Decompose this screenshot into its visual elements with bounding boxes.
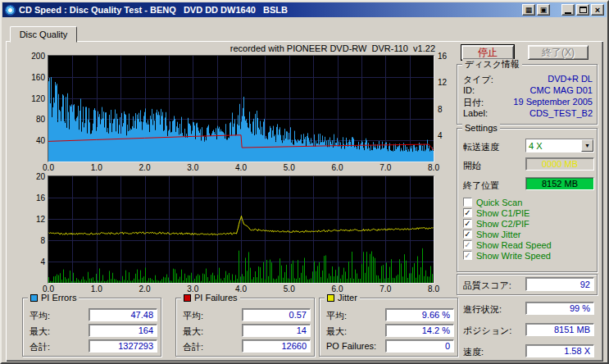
disc-id-value: CMC MAG D01 [530, 85, 593, 95]
stat-value: 1327293 [89, 339, 157, 353]
checkbox-show-read-speed[interactable]: ✓Show Read Speed [463, 240, 552, 249]
checkbox-box[interactable] [463, 198, 472, 207]
checkbox-label: Show C2/PIF [476, 219, 529, 229]
checkbox-label: Show Jitter [476, 230, 520, 239]
tick-label: 7.0 [379, 163, 391, 172]
disc-label-value: CDS_TEST_B2 [529, 108, 593, 118]
progress-value: 99 % [525, 302, 594, 315]
disc-label-label: Label: [463, 108, 488, 118]
close-icon: × [595, 6, 600, 15]
pi-errors-legend-label: PI Errors [41, 293, 76, 303]
stat-value: 14 [242, 324, 311, 337]
stat-value: 164 [89, 324, 157, 337]
tick-label: 1.0 [91, 284, 102, 293]
stat-label: 最大: [183, 325, 203, 338]
grid-icon: ▦ [525, 7, 533, 14]
jitter-legend: Jitter [325, 293, 360, 303]
disc-date-value: 19 September 2005 [513, 97, 593, 107]
tick-label: 2.0 [139, 284, 151, 293]
disc-info-title: ディスク情報 [462, 59, 522, 70]
app-window: CD Speed : Disc Quality Test - BENQ DVD … [0, 0, 609, 364]
recorded-note: recorded with PIONEER DVD-RW DVR-110 v1.… [230, 43, 435, 53]
jitter-chart: 201612840.01.02.03.04.05.06.07.08.0 [48, 175, 434, 284]
stat-label: PO Failures: [326, 341, 376, 351]
position-value: 8151 MB [525, 323, 594, 336]
tick-label: 8 [40, 236, 45, 245]
stat-label: 最大: [30, 325, 50, 338]
checkbox-show-c1-pie[interactable]: ✓Show C1/PIE [463, 208, 552, 217]
checkbox-show-write-speed[interactable]: ✓Show Write Speed [463, 251, 552, 260]
disc-id-label: ID: [463, 85, 475, 95]
stat-label: 平均: [326, 310, 347, 322]
panel-icon: ▣ [540, 7, 548, 14]
stop-button[interactable]: 停止 [461, 45, 514, 60]
tick-label: 8.0 [428, 163, 439, 172]
quality-score-value: 92 [525, 277, 594, 291]
end-position-field[interactable]: 8152 MB [525, 177, 594, 190]
tab-disc-quality[interactable]: Disc Quality [10, 26, 77, 43]
tick-label: 4 [40, 257, 45, 266]
minimize-button[interactable] [561, 4, 575, 16]
window-title: CD Speed : Disc Quality Test - BENQ DVD … [19, 5, 288, 15]
checkbox-label: Show Write Speed [476, 251, 551, 261]
pi-failures-legend: PI Failures [181, 293, 240, 303]
tick-label: 12 [438, 78, 447, 87]
tab-panel: recorded with PIONEER DVD-RW DVR-110 v1.… [6, 41, 603, 362]
exit-button[interactable]: 終了(X) [528, 45, 589, 60]
checkbox-label: Show C1/PIE [476, 208, 529, 218]
tick-label: 4.0 [235, 163, 247, 172]
transfer-speed-combobox[interactable]: 4 X ▼ [525, 139, 594, 152]
start-position-label: 開始 [463, 160, 481, 172]
checkbox-label: Quick Scan [476, 198, 522, 207]
speed-value: 1.58 X [525, 344, 594, 357]
stat-value: 0 [385, 339, 454, 353]
stat-value: 12660 [242, 339, 311, 353]
tick-label: 16 [36, 193, 45, 202]
pi-errors-stats-group: PI Errors 平均: 47.48 最大: 164 合計: 1327293 [22, 298, 161, 357]
speed-label: 速度: [463, 346, 484, 358]
position-label: ポジション: [463, 325, 511, 337]
start-position-field[interactable]: 0000 MB [525, 157, 594, 171]
disc-type-label: タイプ: [463, 74, 493, 86]
end-position-label: 終了位置 [463, 180, 499, 192]
checkbox-label: Show Read Speed [476, 240, 552, 250]
checkbox-show-jitter[interactable]: ✓Show Jitter [463, 230, 552, 239]
progress-label: 進行状況: [463, 303, 502, 316]
titlebar-extra-button-2[interactable]: ▣ [537, 4, 550, 16]
disc-type-value: DVD+R DL [548, 74, 593, 84]
checkbox-box[interactable]: ✓ [463, 230, 472, 239]
jitter-chart-canvas [48, 176, 434, 283]
tick-label: 7.0 [379, 284, 391, 293]
checkbox-box[interactable]: ✓ [463, 208, 472, 217]
stat-value: 14.2 % [385, 324, 454, 337]
settings-checkbox-list: Quick Scan✓Show C1/PIE✓Show C2/PIF✓Show … [463, 198, 552, 262]
stat-label: 平均: [183, 310, 203, 322]
pi-errors-legend: PI Errors [28, 293, 79, 303]
combo-dropdown-button[interactable]: ▼ [581, 139, 593, 152]
pi-failures-legend-square [184, 294, 191, 302]
jitter-legend-square [327, 294, 334, 302]
tick-label: 5.0 [284, 284, 295, 293]
transfer-speed-label: 転送速度 [463, 141, 499, 153]
titlebar-extra-button-1[interactable]: ▦ [522, 4, 535, 16]
checkbox-quick-scan[interactable]: Quick Scan [463, 198, 552, 207]
tick-label: 1.0 [91, 163, 102, 172]
maximize-button[interactable] [576, 4, 589, 16]
stat-label: 合計: [183, 341, 203, 353]
checkbox-show-c2-pif[interactable]: ✓Show C2/PIF [463, 219, 552, 228]
chevron-down-icon: ▼ [584, 143, 590, 148]
settings-title: Settings [462, 123, 500, 134]
checkbox-box[interactable]: ✓ [463, 240, 472, 249]
tick-label: 3.0 [187, 163, 198, 172]
jitter-legend-label: Jitter [338, 293, 357, 303]
tick-label: 5.0 [284, 163, 295, 172]
close-button[interactable]: × [591, 4, 604, 16]
checkbox-box[interactable]: ✓ [463, 219, 472, 228]
tick-label: 2.0 [139, 163, 151, 172]
checkbox-box[interactable]: ✓ [463, 251, 472, 260]
tick-label: 8 [438, 104, 443, 113]
titlebar: CD Speed : Disc Quality Test - BENQ DVD … [2, 2, 607, 17]
tick-label: 4 [438, 130, 443, 139]
tick-label: 20 [36, 172, 45, 181]
tick-label: 200 [31, 52, 45, 61]
